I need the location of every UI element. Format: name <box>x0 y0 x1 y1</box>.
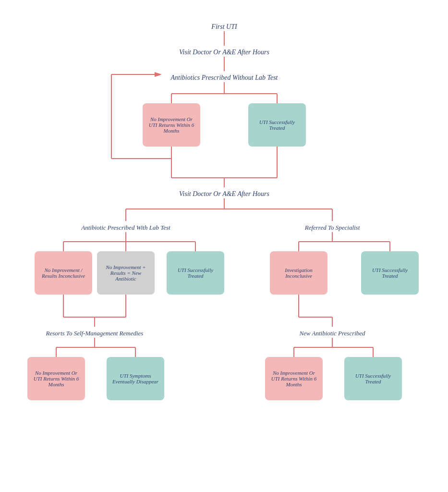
loop-arrowhead <box>155 72 162 77</box>
visit-doctor-2-text: Visit Doctor Or A&E After Hours <box>179 190 269 197</box>
self-management-text: Resorts To Self-Management Remedies <box>45 330 143 337</box>
visit-doctor-1-text: Visit Doctor Or A&E After Hours <box>179 49 269 56</box>
new-antibiotic-text: New Antibiotic Prescribed <box>299 330 365 337</box>
main-container: First UTI Visit Doctor Or A&E After Hour… <box>0 10 448 492</box>
antibiotics-no-lab-text: Antibiotics Prescribed Without Lab Test <box>170 74 278 81</box>
antibiotic-lab-text: Antibiotic Prescribed With Lab Test <box>81 224 170 231</box>
first-uti-text: First UTI <box>211 23 238 30</box>
referred-specialist-text: Referred To Specialist <box>304 224 360 231</box>
flowchart-svg: First UTI Visit Doctor Or A&E After Hour… <box>15 10 433 480</box>
